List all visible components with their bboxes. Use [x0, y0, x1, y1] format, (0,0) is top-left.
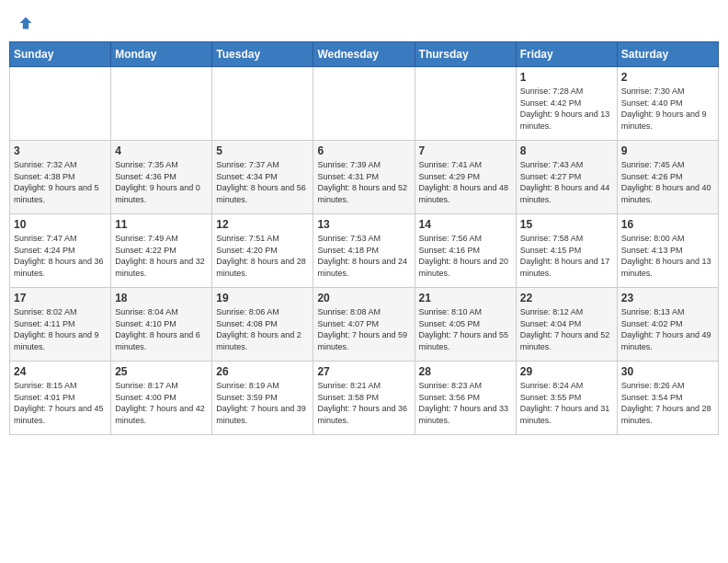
day-info: Sunrise: 8:24 AM Sunset: 3:55 PM Dayligh…: [520, 380, 613, 426]
calendar-week-5: 24Sunrise: 8:15 AM Sunset: 4:01 PM Dayli…: [10, 362, 719, 435]
calendar-header-row: SundayMondayTuesdayWednesdayThursdayFrid…: [10, 42, 719, 67]
calendar-cell: 13Sunrise: 7:53 AM Sunset: 4:18 PM Dayli…: [313, 214, 415, 288]
calendar-cell: 22Sunrise: 8:12 AM Sunset: 4:04 PM Dayli…: [516, 288, 617, 362]
calendar-cell: 1Sunrise: 7:28 AM Sunset: 4:42 PM Daylig…: [516, 67, 617, 141]
day-number: 7: [419, 144, 512, 157]
weekday-header-monday: Monday: [111, 42, 212, 67]
day-info: Sunrise: 8:23 AM Sunset: 3:56 PM Dayligh…: [419, 380, 512, 426]
day-number: 5: [216, 144, 309, 157]
day-info: Sunrise: 8:21 AM Sunset: 3:58 PM Dayligh…: [317, 380, 410, 426]
calendar-cell: 17Sunrise: 8:02 AM Sunset: 4:11 PM Dayli…: [10, 288, 111, 362]
calendar-cell: 12Sunrise: 7:51 AM Sunset: 4:20 PM Dayli…: [212, 214, 313, 288]
logo-icon: [18, 16, 33, 30]
day-info: Sunrise: 8:19 AM Sunset: 3:59 PM Dayligh…: [216, 380, 309, 426]
calendar-week-4: 17Sunrise: 8:02 AM Sunset: 4:11 PM Dayli…: [10, 288, 719, 362]
day-info: Sunrise: 8:08 AM Sunset: 4:07 PM Dayligh…: [317, 306, 410, 352]
weekday-header-friday: Friday: [516, 42, 617, 67]
calendar-cell: 3Sunrise: 7:32 AM Sunset: 4:38 PM Daylig…: [10, 141, 111, 214]
calendar-cell: 25Sunrise: 8:17 AM Sunset: 4:00 PM Dayli…: [111, 362, 212, 435]
day-info: Sunrise: 7:45 AM Sunset: 4:26 PM Dayligh…: [621, 159, 714, 205]
calendar: SundayMondayTuesdayWednesdayThursdayFrid…: [9, 41, 719, 435]
calendar-cell: 11Sunrise: 7:49 AM Sunset: 4:22 PM Dayli…: [111, 214, 212, 288]
day-info: Sunrise: 7:28 AM Sunset: 4:42 PM Dayligh…: [520, 86, 613, 132]
calendar-cell: 20Sunrise: 8:08 AM Sunset: 4:07 PM Dayli…: [313, 288, 415, 362]
day-info: Sunrise: 8:13 AM Sunset: 4:02 PM Dayligh…: [621, 306, 714, 352]
day-number: 10: [14, 218, 107, 231]
day-info: Sunrise: 7:51 AM Sunset: 4:20 PM Dayligh…: [216, 233, 309, 279]
day-number: 28: [419, 365, 512, 378]
calendar-cell: 4Sunrise: 7:35 AM Sunset: 4:36 PM Daylig…: [111, 141, 212, 214]
calendar-cell: 7Sunrise: 7:41 AM Sunset: 4:29 PM Daylig…: [415, 141, 516, 214]
calendar-cell: 9Sunrise: 7:45 AM Sunset: 4:26 PM Daylig…: [617, 141, 718, 214]
calendar-cell: 24Sunrise: 8:15 AM Sunset: 4:01 PM Dayli…: [10, 362, 111, 435]
day-info: Sunrise: 7:53 AM Sunset: 4:18 PM Dayligh…: [317, 233, 410, 279]
day-number: 27: [317, 365, 410, 378]
calendar-cell: 30Sunrise: 8:26 AM Sunset: 3:54 PM Dayli…: [617, 362, 718, 435]
day-info: Sunrise: 8:04 AM Sunset: 4:10 PM Dayligh…: [115, 306, 208, 352]
day-number: 18: [115, 292, 208, 304]
day-info: Sunrise: 8:17 AM Sunset: 4:00 PM Dayligh…: [115, 380, 208, 426]
day-info: Sunrise: 8:00 AM Sunset: 4:13 PM Dayligh…: [621, 233, 714, 279]
day-info: Sunrise: 7:35 AM Sunset: 4:36 PM Dayligh…: [115, 159, 208, 205]
day-number: 22: [520, 292, 613, 304]
weekday-header-tuesday: Tuesday: [212, 42, 313, 67]
svg-marker-0: [20, 17, 32, 29]
calendar-cell: 28Sunrise: 8:23 AM Sunset: 3:56 PM Dayli…: [415, 362, 516, 435]
calendar-cell: 5Sunrise: 7:37 AM Sunset: 4:34 PM Daylig…: [212, 141, 313, 214]
day-number: 11: [115, 218, 208, 231]
day-number: 30: [621, 365, 714, 378]
day-info: Sunrise: 8:10 AM Sunset: 4:05 PM Dayligh…: [419, 306, 512, 352]
day-info: Sunrise: 7:56 AM Sunset: 4:16 PM Dayligh…: [419, 233, 512, 279]
day-info: Sunrise: 7:32 AM Sunset: 4:38 PM Dayligh…: [14, 159, 107, 205]
weekday-header-thursday: Thursday: [415, 42, 516, 67]
calendar-cell: [415, 67, 516, 141]
day-info: Sunrise: 7:39 AM Sunset: 4:31 PM Dayligh…: [317, 159, 410, 205]
day-number: 1: [520, 71, 613, 84]
day-number: 13: [317, 218, 410, 231]
calendar-cell: [111, 67, 212, 141]
calendar-cell: 27Sunrise: 8:21 AM Sunset: 3:58 PM Dayli…: [313, 362, 415, 435]
calendar-cell: 26Sunrise: 8:19 AM Sunset: 3:59 PM Dayli…: [212, 362, 313, 435]
calendar-cell: 8Sunrise: 7:43 AM Sunset: 4:27 PM Daylig…: [516, 141, 617, 214]
day-info: Sunrise: 8:15 AM Sunset: 4:01 PM Dayligh…: [14, 380, 107, 426]
weekday-header-sunday: Sunday: [10, 42, 111, 67]
day-number: 25: [115, 365, 208, 378]
day-info: Sunrise: 8:02 AM Sunset: 4:11 PM Dayligh…: [14, 306, 107, 352]
calendar-cell: [212, 67, 313, 141]
day-number: 21: [419, 292, 512, 304]
day-number: 4: [115, 144, 208, 157]
day-info: Sunrise: 7:49 AM Sunset: 4:22 PM Dayligh…: [115, 233, 208, 279]
day-info: Sunrise: 7:37 AM Sunset: 4:34 PM Dayligh…: [216, 159, 309, 205]
calendar-cell: 16Sunrise: 8:00 AM Sunset: 4:13 PM Dayli…: [617, 214, 718, 288]
calendar-body: 1Sunrise: 7:28 AM Sunset: 4:42 PM Daylig…: [10, 67, 719, 435]
day-info: Sunrise: 7:58 AM Sunset: 4:15 PM Dayligh…: [520, 233, 613, 279]
calendar-cell: 6Sunrise: 7:39 AM Sunset: 4:31 PM Daylig…: [313, 141, 415, 214]
day-number: 12: [216, 218, 309, 231]
day-number: 29: [520, 365, 613, 378]
calendar-cell: 18Sunrise: 8:04 AM Sunset: 4:10 PM Dayli…: [111, 288, 212, 362]
day-info: Sunrise: 8:12 AM Sunset: 4:04 PM Dayligh…: [520, 306, 613, 352]
day-number: 17: [14, 292, 107, 304]
calendar-cell: 23Sunrise: 8:13 AM Sunset: 4:02 PM Dayli…: [617, 288, 718, 362]
weekday-header-wednesday: Wednesday: [313, 42, 415, 67]
calendar-cell: 19Sunrise: 8:06 AM Sunset: 4:08 PM Dayli…: [212, 288, 313, 362]
day-info: Sunrise: 7:41 AM Sunset: 4:29 PM Dayligh…: [419, 159, 512, 205]
day-number: 20: [317, 292, 410, 304]
day-number: 3: [14, 144, 107, 157]
day-number: 26: [216, 365, 309, 378]
day-number: 16: [621, 218, 714, 231]
day-number: 15: [520, 218, 613, 231]
day-number: 23: [621, 292, 714, 304]
day-info: Sunrise: 8:06 AM Sunset: 4:08 PM Dayligh…: [216, 306, 309, 352]
day-info: Sunrise: 8:26 AM Sunset: 3:54 PM Dayligh…: [621, 380, 714, 426]
day-number: 14: [419, 218, 512, 231]
day-number: 2: [621, 71, 714, 84]
page-header: [9, 9, 719, 34]
calendar-cell: 14Sunrise: 7:56 AM Sunset: 4:16 PM Dayli…: [415, 214, 516, 288]
calendar-cell: 15Sunrise: 7:58 AM Sunset: 4:15 PM Dayli…: [516, 214, 617, 288]
calendar-week-1: 1Sunrise: 7:28 AM Sunset: 4:42 PM Daylig…: [10, 67, 719, 141]
calendar-cell: [10, 67, 111, 141]
day-number: 6: [317, 144, 410, 157]
day-number: 24: [14, 365, 107, 378]
calendar-cell: 10Sunrise: 7:47 AM Sunset: 4:24 PM Dayli…: [10, 214, 111, 288]
